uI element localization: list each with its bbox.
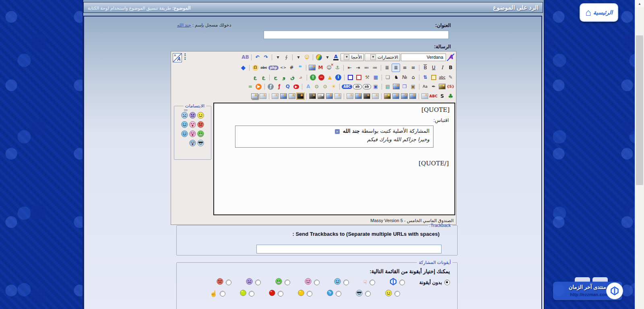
- radio-button[interactable]: [336, 291, 341, 297]
- radio-button[interactable]: [278, 291, 283, 297]
- image-effect-icon[interactable]: [372, 93, 379, 100]
- radio-button[interactable]: [255, 280, 261, 285]
- align-right-icon[interactable]: ≡: [409, 64, 417, 72]
- horizontal-rule-icon[interactable]: =: [246, 83, 254, 91]
- smiley-menu-icon[interactable]: ☺: [303, 54, 311, 61]
- image-effect-icon[interactable]: [392, 93, 400, 100]
- radio-button[interactable]: [399, 280, 405, 285]
- align-left-icon[interactable]: ≣: [392, 64, 400, 72]
- post-icon-yellow-ball-option[interactable]: [298, 290, 312, 298]
- quote-bubble-icon[interactable]: ❝: [296, 64, 304, 72]
- flash-red-icon[interactable]: ƒ: [275, 83, 283, 91]
- editor-content-area[interactable]: [QUOTE] اقتباس: المشاركة الأصلية كتبت بو…: [213, 103, 455, 215]
- indent-icon[interactable]: ⇥: [354, 64, 362, 72]
- home-button[interactable]: ⌂ الرئيسية: [580, 3, 618, 22]
- stop-icon[interactable]: −: [318, 74, 325, 81]
- arabic-letter-icon[interactable]: و: [280, 74, 288, 81]
- radio-button[interactable]: [249, 291, 254, 297]
- undo-icon[interactable]: ↶: [254, 54, 261, 61]
- page-icon[interactable]: ❏: [384, 74, 392, 81]
- post-icon-wink-option[interactable]: [334, 278, 349, 286]
- image-effect-icon[interactable]: [309, 93, 316, 100]
- post-icon-frown-option[interactable]: [246, 278, 261, 286]
- s-icon[interactable]: S: [438, 93, 446, 100]
- attachment-dropdown-icon[interactable]: ▾: [274, 54, 282, 61]
- smile-smiley[interactable]: [197, 112, 204, 119]
- post-icon-angry-option[interactable]: [217, 278, 231, 286]
- image-effect-icon[interactable]: [288, 93, 296, 100]
- redo-icon[interactable]: ↷: [262, 54, 270, 61]
- image-edit-icon[interactable]: [392, 83, 400, 91]
- image-effect-icon[interactable]: [400, 93, 408, 100]
- image-effect-icon[interactable]: [297, 93, 304, 100]
- radio-button[interactable]: [314, 280, 320, 285]
- image-effect-icon[interactable]: [421, 93, 429, 100]
- arabic-letter-icon[interactable]: ع: [260, 74, 267, 81]
- image-effect-icon[interactable]: [280, 93, 287, 100]
- braces-s-icon[interactable]: {S}: [447, 83, 454, 91]
- toolbar-collapse-icon[interactable]: ↥↧: [184, 53, 187, 61]
- arabic-word-icon[interactable]: عـ: [297, 74, 305, 81]
- color-palette-icon[interactable]: [315, 54, 323, 61]
- code-icon[interactable]: <>: [279, 64, 287, 72]
- post-icon-question-option[interactable]: ?: [327, 290, 341, 298]
- bbcode-mode-icon[interactable]: ◆: [239, 64, 247, 72]
- radio-button[interactable]: [369, 280, 375, 285]
- signature-pen-icon[interactable]: ✎: [447, 74, 454, 81]
- radio-button[interactable]: [394, 291, 400, 297]
- smiley-dropdown-icon[interactable]: ▾: [295, 54, 302, 61]
- trackback-input[interactable]: [256, 245, 442, 253]
- arabic-letter-icon[interactable]: ق: [289, 74, 296, 81]
- hash-icon[interactable]: #: [288, 64, 295, 72]
- no-smilies-icon[interactable]: ☺✕: [325, 64, 333, 72]
- updown-sort-icon[interactable]: ⇅: [421, 74, 429, 81]
- arabic-letter-icon[interactable]: ع: [251, 74, 259, 81]
- editor-mode-toggle[interactable]: A A: [173, 53, 182, 62]
- flash-icon[interactable]: ƒ: [267, 83, 275, 91]
- clipboard-icon[interactable]: ▤: [384, 83, 392, 91]
- italic-icon[interactable]: I: [438, 64, 446, 72]
- photo-icon[interactable]: [438, 83, 446, 91]
- ordered-list-icon[interactable]: ≕: [363, 64, 370, 72]
- eye-icon[interactable]: ⊙: [321, 83, 329, 91]
- scrollbar-thumb[interactable]: [636, 35, 643, 185]
- wink-smiley[interactable]: [181, 121, 188, 128]
- post-icon-pink-smile-option[interactable]: [305, 278, 320, 286]
- mad-smiley[interactable]: [189, 112, 196, 119]
- fontcolor-dropdown-icon[interactable]: ▾: [324, 54, 331, 61]
- chess-knight-icon[interactable]: ♞: [392, 74, 400, 81]
- title-input[interactable]: [264, 31, 449, 39]
- letter-case-icon[interactable]: Aa: [421, 83, 429, 91]
- letter-a-outline-icon[interactable]: A: [304, 83, 312, 91]
- outdent-icon[interactable]: ⇤: [346, 64, 353, 72]
- cool-smiley[interactable]: [181, 130, 188, 137]
- tree-select-icon[interactable]: ♣: [447, 93, 454, 100]
- email-icon[interactable]: M: [317, 64, 324, 72]
- image-effect-icon[interactable]: [409, 93, 417, 100]
- font-size-select[interactable]: الأحجا ▼: [341, 54, 364, 61]
- cool-shades-smiley[interactable]: [197, 140, 204, 146]
- align-justify-icon[interactable]: ≣: [383, 64, 391, 72]
- link-anchor-icon[interactable]: ⚓: [334, 64, 341, 72]
- view-post-icon[interactable]: «: [335, 129, 340, 134]
- bold-overline-icon[interactable]: B: [421, 64, 429, 72]
- post-icon-thumbs-down-option[interactable]: ☟: [363, 279, 375, 286]
- attachment-icon[interactable]: ∮: [283, 54, 290, 61]
- globe-upload-icon[interactable]: ⇧: [309, 74, 317, 81]
- stamp-icon[interactable]: [430, 74, 438, 81]
- play-media-icon[interactable]: ▶: [255, 83, 262, 91]
- lock-icon[interactable]: Ω: [252, 64, 259, 72]
- bold-icon[interactable]: B: [447, 64, 454, 72]
- quicktime-icon[interactable]: Q: [284, 83, 291, 91]
- font-family-combo[interactable]: Verdana: [401, 54, 446, 61]
- image-effect-icon[interactable]: [363, 93, 371, 100]
- page-scrollbar[interactable]: ▲: [635, 0, 644, 309]
- window-go-icon[interactable]: ▣: [409, 83, 417, 91]
- post-icon-red-ball-option[interactable]: [269, 290, 283, 298]
- logged-in-user-link[interactable]: جند الله: [177, 23, 191, 27]
- radio-button[interactable]: [226, 280, 231, 285]
- warning-icon[interactable]: ▲: [326, 74, 334, 81]
- watermark-url[interactable]: http://ezzman.com: [570, 292, 609, 297]
- image-effect-icon[interactable]: [251, 93, 258, 100]
- radio-button[interactable]: [220, 291, 225, 297]
